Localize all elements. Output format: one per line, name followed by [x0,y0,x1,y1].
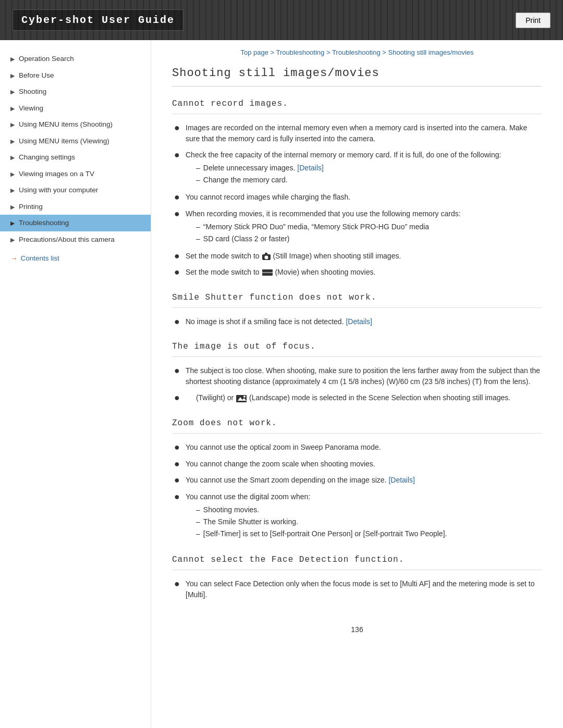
sidebar-item-label: Using MENU items (Viewing) [19,137,109,146]
svg-rect-1 [265,253,267,255]
bullet-dot: ● [174,208,183,220]
bullet-item: ●You cannot change the zoom scale when s… [172,459,542,470]
bullet-dot: ● [174,442,183,453]
sidebar-item-label: Changing settings [19,153,75,162]
main-content: Top page > Troubleshooting > Troubleshoo… [151,40,563,728]
sidebar-item-4[interactable]: ▶Using MENU items (Shooting) [0,116,151,133]
bullet-dot: ● [174,365,183,377]
sidebar-item-0[interactable]: ▶Operation Search [0,51,151,67]
breadcrumb-top[interactable]: Top page [240,48,268,56]
sidebar-item-8[interactable]: ▶Using with your computer [0,182,151,199]
bullet-dot: ● [174,459,183,470]
details-link[interactable]: [Details] [388,476,415,484]
sub-item-text: Change the memory card. [203,175,288,186]
details-link[interactable]: [Details] [346,317,372,326]
sidebar-item-6[interactable]: ▶Changing settings [0,149,151,166]
sub-list-item: –[Self-Timer] is set to [Self-portrait O… [194,528,542,539]
section-face-detection: Cannot select the Face Detection functio… [172,555,542,600]
sidebar-item-3[interactable]: ▶Viewing [0,100,151,117]
print-button[interactable]: Print [516,13,550,28]
bullet-content: Images are recorded on the internal memo… [186,122,542,144]
sidebar-arrow-icon: ▶ [10,88,15,95]
main-layout: ▶Operation Search▶Before Use▶Shooting▶Vi… [0,40,563,728]
sidebar-arrow-icon: ▶ [10,55,15,63]
sidebar-arrow-icon: ▶ [10,203,15,211]
breadcrumb-sep3: > [382,48,388,56]
dash-icon: – [196,175,200,186]
bullet-item: ●No image is shot if a smiling face is n… [172,316,542,328]
breadcrumb: Top page > Troubleshooting > Troubleshoo… [172,48,542,56]
breadcrumb-sep2: > [326,48,332,56]
bullet-content: You cannot use the optical zoom in Sweep… [186,442,542,453]
details-link[interactable]: [Details] [297,164,324,172]
page-title: Shooting still images/movies [172,67,542,87]
sub-list: –Delete unnecessary images. [Details]–Ch… [186,163,542,186]
sub-list: –Shooting movies.–The Smile Shutter is w… [186,504,542,539]
section-zoom-not-work: Zoom does not work.●You cannot use the o… [172,418,542,540]
section-cannot-record: Cannot record images.●Images are recorde… [172,99,542,278]
bullet-item: ●Set the mode switch to (Still Image) wh… [172,251,542,262]
bullet-item: ●You cannot use the digital zoom when:–S… [172,491,542,540]
contents-list-label: Contents list [21,254,59,262]
sub-list-item: –The Smile Shutter is working. [194,516,542,527]
bullet-list-smile-shutter: ●No image is shot if a smiling face is n… [172,316,542,328]
bullet-dot: ● [174,491,183,503]
bullet-list-zoom-not-work: ●You cannot use the optical zoom in Swee… [172,442,542,540]
sidebar-arrow-icon: ▶ [10,138,15,145]
bullet-item: ●You can select Face Detection only when… [172,578,542,600]
dash-icon: – [196,504,200,515]
bullet-dot: ● [174,392,183,404]
sidebar-item-label: Precautions/About this camera [19,235,115,244]
sidebar-item-1[interactable]: ▶Before Use [0,67,151,84]
svg-point-2 [264,255,268,259]
sidebar-item-5[interactable]: ▶Using MENU items (Viewing) [0,133,151,150]
breadcrumb-current[interactable]: Shooting still images/movies [388,48,474,56]
bullet-list-out-of-focus: ●The subject is too close. When shooting… [172,365,542,404]
sidebar-item-9[interactable]: ▶Printing [0,199,151,215]
sidebar-arrow-icon: ▶ [10,154,15,161]
sidebar-item-11[interactable]: ▶Precautions/About this camera [0,231,151,248]
bullet-content: The subject is too close. When shooting,… [186,365,542,387]
section-title-face-detection: Cannot select the Face Detection functio… [172,555,542,570]
dash-icon: – [196,221,200,232]
bullet-item: ●You cannot record images while charging… [172,192,542,203]
sidebar-item-2[interactable]: ▶Shooting [0,83,151,100]
sidebar-item-10[interactable]: ▶Troubleshooting [0,215,151,231]
sub-list-item: –Delete unnecessary images. [Details] [194,163,542,174]
bullet-item: ●The subject is too close. When shooting… [172,365,542,387]
header: Cyber-shot User Guide Print [0,0,563,40]
bullet-dot: ● [174,475,183,486]
dash-icon: – [196,516,200,527]
sidebar-arrow-icon: ▶ [10,121,15,128]
sidebar-item-7[interactable]: ▶Viewing images on a TV [0,166,151,182]
app-title: Cyber-shot User Guide [13,9,183,31]
sub-list: –“Memory Stick PRO Duo” media, “Memory S… [186,221,542,244]
sub-item-text: [Self-Timer] is set to [Self-portrait On… [203,528,447,539]
bullet-content: You cannot record images while charging … [186,192,542,203]
breadcrumb-troubleshooting2[interactable]: Troubleshooting [332,48,381,56]
bullet-dot: ● [174,316,183,328]
section-title-smile-shutter: Smile Shutter function does not work. [172,293,542,308]
section-smile-shutter: Smile Shutter function does not work.●No… [172,293,542,328]
sub-item-text: Delete unnecessary images. [Details] [203,163,324,174]
sub-list-item: –“Memory Stick PRO Duo” media, “Memory S… [194,221,542,232]
sidebar-item-label: Printing [19,202,43,212]
sidebar-arrow-icon: ▶ [10,170,15,178]
bullet-content: Set the mode switch to (Still Image) whe… [186,251,542,262]
bullet-content: When recording movies, it is recommended… [186,208,542,245]
sub-list-item: –SD card (Class 2 or faster) [194,233,542,244]
breadcrumb-troubleshooting1[interactable]: Troubleshooting [276,48,325,56]
bullet-dot: ● [174,192,183,203]
sub-item-text: The Smile Shutter is working. [203,516,298,527]
bullet-item: ●When recording movies, it is recommende… [172,208,542,245]
bullet-item: ●You cannot use the Smart zoom depending… [172,475,542,486]
sidebar-item-label: Using with your computer [19,186,98,195]
sidebar-item-label: Operation Search [19,54,74,64]
bullet-content: Check the free capacity of the internal … [186,150,542,187]
sidebar-arrow-icon: ▶ [10,72,15,79]
section-out-of-focus: The image is out of focus.●The subject i… [172,342,542,404]
sub-item-text: Shooting movies. [203,504,259,515]
sidebar-item-label: Shooting [19,87,46,96]
contents-list-link[interactable]: → Contents list [0,248,151,266]
dash-icon: – [196,163,200,174]
